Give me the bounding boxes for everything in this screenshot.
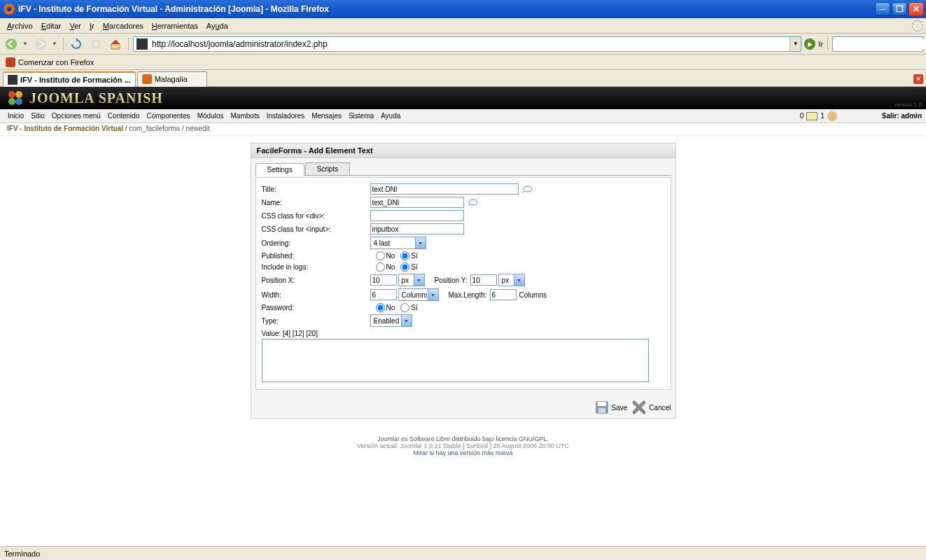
radio-password-no[interactable] — [376, 303, 385, 312]
tab-ifv[interactable]: IFV - Instituto de Formación ... — [3, 71, 136, 87]
joomla-version: version 1.0 — [895, 102, 922, 108]
input-title[interactable] — [370, 183, 519, 195]
tab-scripts[interactable]: Scripts — [305, 162, 351, 175]
jmenu-mambots[interactable]: Mambots — [227, 111, 263, 121]
radio-include-si[interactable] — [400, 262, 409, 272]
save-button[interactable]: Save — [594, 400, 628, 415]
users-icon[interactable] — [827, 111, 837, 121]
label-maxlen: Max.Length: — [449, 291, 487, 299]
check-version-link[interactable]: Mirar si hay una versión más nueva — [3, 449, 923, 456]
go-button[interactable]: ▶ — [804, 38, 815, 50]
radio-password-si[interactable] — [400, 303, 409, 312]
svg-point-6 — [8, 98, 15, 105]
select-posx-unit[interactable]: px — [398, 274, 425, 286]
help-icon[interactable] — [523, 186, 533, 192]
menu-ver[interactable]: Ver — [65, 20, 85, 31]
select-ordering[interactable]: 4 last — [370, 237, 426, 249]
svg-point-1 — [35, 38, 46, 50]
panel-title: FacileForms - Add Element Text — [251, 144, 675, 158]
close-button[interactable]: ✕ — [909, 2, 924, 16]
radio-published-no[interactable] — [376, 251, 385, 260]
facileforms-panel: FacileForms - Add Element Text Settings … — [251, 143, 676, 419]
jmenu-componentes[interactable]: Componentes — [143, 111, 193, 121]
joomla-logo-icon — [6, 88, 25, 108]
menu-archivo[interactable]: Archivo — [3, 20, 37, 31]
search-input[interactable] — [836, 39, 926, 49]
jmenu-mensajes[interactable]: Mensajes — [308, 111, 345, 121]
radio-published-si[interactable] — [400, 251, 409, 260]
input-name[interactable] — [370, 197, 464, 208]
joomla-footer: Joomla! es Software Libre distribuido ba… — [0, 433, 926, 459]
cancel-button[interactable]: Cancel — [631, 400, 671, 415]
jmenu-instaladores[interactable]: Instaladores — [263, 111, 308, 121]
input-posx[interactable] — [370, 274, 397, 286]
back-button[interactable] — [3, 36, 20, 52]
select-type[interactable]: Enabled — [370, 314, 412, 327]
tab-favicon — [8, 75, 17, 85]
jmenu-sitio[interactable]: Sitio — [27, 111, 48, 121]
jmenu-contenido[interactable]: Contenido — [104, 111, 143, 121]
input-posy[interactable] — [470, 274, 497, 286]
search-box — [832, 36, 923, 52]
minimize-button[interactable]: ─ — [875, 2, 890, 16]
input-css-input[interactable] — [370, 223, 464, 234]
label-value: Value: [4] [12] [20] — [262, 330, 665, 337]
label-published: Published: — [262, 252, 370, 260]
jmenu-opciones[interactable]: Opciones menú — [48, 111, 104, 121]
radio-include-no[interactable] — [376, 262, 385, 272]
mail-icon[interactable] — [806, 112, 818, 120]
window-titlebar: IFV - Instituto de Formación Virtual - A… — [0, 0, 926, 18]
menu-herramientas[interactable]: Herramientas — [148, 20, 202, 31]
url-input[interactable] — [150, 38, 790, 50]
menu-ayuda[interactable]: Ayuda — [202, 20, 232, 31]
content-area: FacileForms - Add Element Text Settings … — [0, 136, 926, 433]
go-label: Ir — [818, 40, 823, 48]
menu-ir[interactable]: Ir — [85, 20, 99, 31]
label-css-div: CSS class for <div>: — [262, 212, 370, 220]
select-width-unit[interactable]: Columns — [398, 288, 439, 301]
back-history-dropdown[interactable]: ▼ — [22, 41, 29, 47]
label-name: Name: — [262, 199, 370, 206]
input-width[interactable] — [370, 289, 397, 300]
input-css-div[interactable] — [370, 210, 464, 221]
forward-button — [32, 36, 49, 52]
jmenu-sistema[interactable]: Sistema — [345, 111, 377, 121]
form-settings: Title: Name: CSS class for <div>: CSS cl… — [255, 177, 671, 390]
svg-point-4 — [8, 91, 15, 98]
joomla-status: 0 1 Salir: admin — [800, 111, 922, 121]
maximize-button[interactable]: ❐ — [892, 2, 907, 16]
label-title: Title: — [262, 186, 370, 193]
joomla-header: JOOMLA SPANISH version 1.0 — [0, 87, 926, 109]
jmenu-modulos[interactable]: Módulos — [194, 111, 227, 121]
tab-close-button[interactable]: ✕ — [913, 74, 923, 84]
svg-rect-12 — [598, 408, 605, 413]
label-width: Width: — [262, 291, 370, 299]
svg-point-5 — [15, 91, 22, 98]
forward-history-dropdown[interactable]: ▼ — [52, 41, 59, 47]
home-button[interactable] — [107, 36, 124, 52]
tab-malagalia[interactable]: Malagalia — [137, 71, 207, 87]
bookmark-comenzar[interactable]: Comenzar con Firefox — [3, 56, 97, 69]
select-posy-unit[interactable]: px — [498, 274, 525, 286]
panel-tabs: Settings Scripts — [255, 162, 671, 176]
reload-button[interactable] — [68, 36, 85, 52]
logout-link[interactable]: Salir: admin — [840, 112, 922, 120]
tab-settings[interactable]: Settings — [255, 163, 304, 176]
label-posy: Position Y: — [435, 276, 468, 284]
input-maxlen[interactable] — [490, 289, 517, 300]
url-dropdown[interactable]: ▼ — [790, 37, 801, 51]
window-title: IFV - Instituto de Formación Virtual - A… — [18, 4, 875, 14]
tab-favicon — [142, 74, 152, 84]
menu-marcadores[interactable]: Marcadores — [99, 20, 148, 31]
stop-button — [87, 36, 104, 52]
jmenu-ayuda[interactable]: Ayuda — [377, 111, 404, 121]
svg-point-0 — [6, 38, 17, 50]
help-icon[interactable] — [468, 199, 478, 206]
firefox-menubar: Archivo Editar Ver Ir Marcadores Herrami… — [0, 18, 926, 34]
label-posx: Position X: — [262, 276, 370, 284]
svg-point-8 — [524, 186, 532, 192]
menu-editar[interactable]: Editar — [37, 20, 66, 31]
jmenu-inicio[interactable]: Inicio — [4, 111, 27, 121]
breadcrumb: IFV - Instituto de Formación Virtual / c… — [0, 123, 926, 136]
textarea-value[interactable] — [262, 339, 649, 382]
